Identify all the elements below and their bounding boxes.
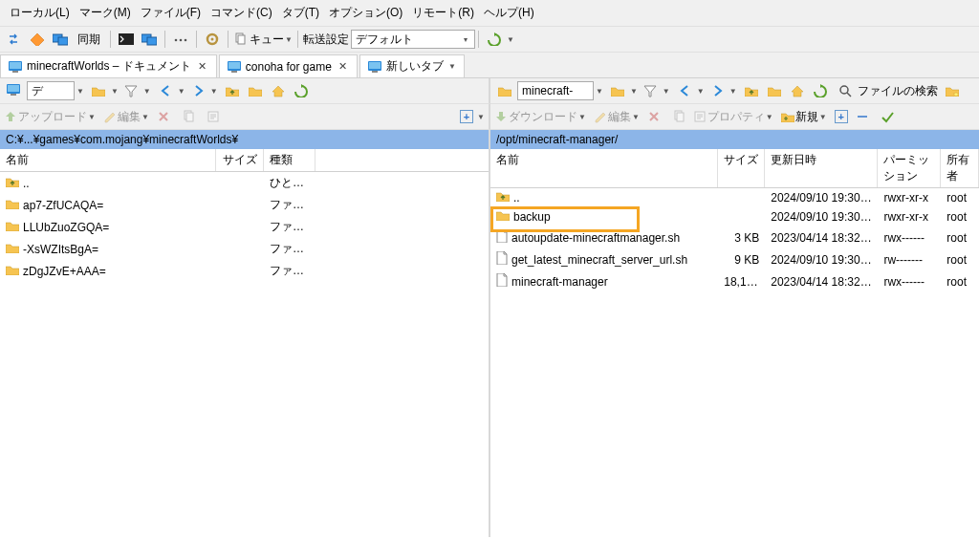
list-item[interactable]: get_latest_minecraft_server_url.sh9 KB20… <box>490 248 979 270</box>
chevron-down-icon[interactable]: ▼ <box>596 87 603 96</box>
chevron-down-icon[interactable]: ▼ <box>477 113 485 121</box>
header-perm[interactable]: パーミッション <box>878 149 941 187</box>
rename-icon[interactable] <box>178 106 199 127</box>
find-files-button[interactable]: ファイルの検索 <box>858 83 938 99</box>
header-date[interactable]: 更新日時 <box>765 149 878 187</box>
refresh-icon[interactable] <box>291 80 312 101</box>
upload-button[interactable]: アップロード ▼ <box>4 109 96 125</box>
file-perm: rw------- <box>878 251 941 269</box>
local-file-list[interactable]: ..ひとつ上ap7-ZfUCAQA=ファイルLLUbZuoZGQA=ファイル-X… <box>0 172 489 537</box>
download-button[interactable]: ダウンロード ▼ <box>494 109 586 125</box>
minus-icon[interactable] <box>852 106 873 127</box>
menu-remote[interactable]: リモート(R) <box>408 2 478 24</box>
root-icon[interactable] <box>245 80 266 101</box>
folder-icon <box>6 243 19 256</box>
options-icon[interactable] <box>170 29 191 50</box>
list-item[interactable]: ap7-ZfUCAQA=ファイル <box>0 194 489 216</box>
queue-button[interactable]: キュー ▼ <box>233 32 293 48</box>
drive-icon[interactable] <box>4 80 25 101</box>
tab-remote-session[interactable]: conoha for game ✕ <box>219 54 358 77</box>
new-button[interactable]: 新規 ▼ <box>781 109 827 125</box>
close-icon[interactable]: ✕ <box>337 60 349 73</box>
folder-star-icon[interactable] <box>942 80 963 101</box>
sync-button[interactable]: 同期 <box>73 30 105 50</box>
rename-icon[interactable] <box>668 106 689 127</box>
local-path[interactable]: C:¥...¥games¥com.mojang¥minecraftWorlds¥ <box>0 130 489 149</box>
file-icon <box>496 229 508 246</box>
menu-file[interactable]: ファイル(F) <box>137 2 205 24</box>
plus-button[interactable]: + <box>835 110 848 123</box>
remote-file-list[interactable]: ..2024/09/10 19:30:11rwxr-xr-xrootbackup… <box>490 188 979 537</box>
delete-icon[interactable] <box>643 106 664 127</box>
up-folder-icon[interactable] <box>741 80 762 101</box>
list-item[interactable]: -XsWZItsBgA=ファイル <box>0 238 489 260</box>
sync-icon[interactable] <box>27 29 48 50</box>
list-item[interactable]: LLUbZuoZGQA=ファイル <box>0 216 489 238</box>
search-icon[interactable] <box>835 80 856 101</box>
gear-icon[interactable] <box>202 29 223 50</box>
chevron-down-icon[interactable]: ▼ <box>76 87 84 96</box>
close-icon[interactable]: ✕ <box>196 60 208 73</box>
list-item[interactable]: ..2024/09/10 19:30:11rwxr-xr-xroot <box>490 188 979 207</box>
back-icon[interactable] <box>674 80 695 101</box>
remote-path[interactable]: /opt/minecraft-manager/ <box>490 130 979 149</box>
menu-local[interactable]: ローカル(L) <box>6 2 74 24</box>
folder-icon <box>6 221 19 234</box>
menu-command[interactable]: コマンド(C) <box>207 2 276 24</box>
up-folder-icon[interactable] <box>222 80 243 101</box>
root-icon[interactable] <box>764 80 785 101</box>
swap-icon[interactable] <box>4 29 25 50</box>
list-item[interactable]: autoupdate-minecraftmanager.sh3 KB2023/0… <box>490 226 979 248</box>
list-item[interactable]: zDgJZvE+AAA=ファイル <box>0 260 489 282</box>
menu-option[interactable]: オプション(O) <box>325 2 406 24</box>
folder-open-icon[interactable] <box>607 80 628 101</box>
filter-icon[interactable] <box>640 80 661 101</box>
file-size <box>216 226 264 229</box>
tab-local-session[interactable]: minecraftWorlds – ドキュメント ✕ <box>0 54 217 77</box>
home-icon[interactable] <box>787 80 808 101</box>
header-name[interactable]: 名前 <box>0 149 216 171</box>
list-item[interactable]: ..ひとつ上 <box>0 172 489 194</box>
path-combo-right[interactable]: minecraft- <box>517 81 594 100</box>
delete-icon[interactable] <box>153 106 174 127</box>
back-icon[interactable] <box>155 80 176 101</box>
header-name[interactable]: 名前 <box>490 149 718 187</box>
edit-button[interactable]: 編集 ▼ <box>103 109 149 125</box>
edit-button[interactable]: 編集 ▼ <box>594 109 640 125</box>
terminal-icon[interactable] <box>116 29 137 50</box>
drive-icon[interactable] <box>494 80 515 101</box>
refresh-icon[interactable] <box>810 80 831 101</box>
file-icon <box>496 273 508 290</box>
list-item[interactable]: minecraft-manager18,112 KB2023/04/14 18:… <box>490 270 979 292</box>
forward-icon[interactable] <box>707 80 728 101</box>
check-icon[interactable] <box>877 106 898 127</box>
plus-button[interactable]: + <box>460 110 473 123</box>
props-icon[interactable] <box>203 106 224 127</box>
forward-icon[interactable] <box>187 80 208 101</box>
file-size <box>216 204 264 207</box>
file-size <box>216 248 264 251</box>
menu-help[interactable]: ヘルプ(H) <box>480 2 538 24</box>
filter-icon[interactable] <box>120 80 141 101</box>
compare-icon[interactable] <box>139 29 160 50</box>
transfer-select[interactable]: デフォルト <box>351 30 475 49</box>
menu-tab[interactable]: タブ(T) <box>278 2 323 24</box>
path-combo-left[interactable]: デ <box>27 81 75 100</box>
file-owner: root <box>941 189 979 206</box>
header-size[interactable]: サイズ <box>718 149 765 187</box>
file-size <box>216 269 264 273</box>
properties-button[interactable]: プロパティ ▼ <box>693 109 773 125</box>
screens-icon[interactable] <box>50 29 71 50</box>
tab-new[interactable]: 新しいタブ ▼ <box>359 54 465 77</box>
header-owner[interactable]: 所有者 <box>941 149 979 187</box>
file-perm: rwx------ <box>878 229 941 247</box>
folder-open-icon[interactable] <box>88 80 109 101</box>
refresh-both-icon[interactable] <box>484 29 505 50</box>
home-icon[interactable] <box>268 80 289 101</box>
list-item[interactable]: backup2024/09/10 19:30:10rwxr-xr-xroot <box>490 207 979 226</box>
header-type[interactable]: 種類 <box>264 149 315 171</box>
menu-mark[interactable]: マーク(M) <box>76 2 135 24</box>
chevron-down-icon[interactable]: ▼ <box>448 62 456 71</box>
header-size[interactable]: サイズ <box>216 149 264 171</box>
transfer-label: 転送設定 <box>303 32 349 48</box>
